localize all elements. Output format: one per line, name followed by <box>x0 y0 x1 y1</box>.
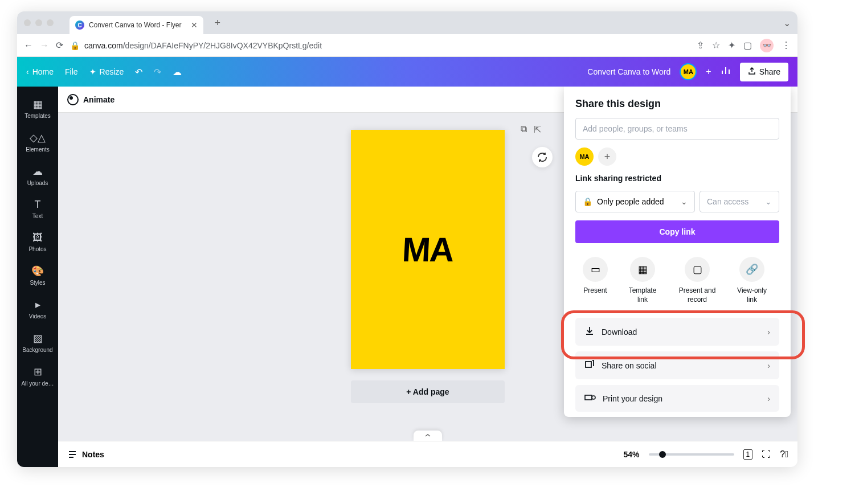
external-link-icon[interactable]: ⇱ <box>534 124 541 135</box>
lock-icon: 🔒 <box>70 41 80 50</box>
sidebar-item-uploads[interactable]: ☁ Uploads <box>17 161 58 191</box>
help-icon[interactable]: ?⃝ <box>780 449 788 460</box>
sidebar-item-templates[interactable]: ▦ Templates <box>17 93 58 124</box>
canvas-text: MA <box>402 230 455 269</box>
close-window-button[interactable] <box>24 19 31 26</box>
refresh-design-button[interactable] <box>532 147 553 167</box>
document-title[interactable]: Convert Canva to Word <box>587 67 670 76</box>
option-label: Present <box>583 286 607 296</box>
select-value: Only people added <box>597 197 664 206</box>
tab-title: Convert Canva to Word - Flyer <box>89 21 182 29</box>
zoom-slider[interactable] <box>649 453 734 456</box>
template-link-option[interactable]: ▦ Template link <box>623 257 662 304</box>
browser-tab[interactable]: C Convert Canva to Word - Flyer ✕ <box>69 16 203 34</box>
option-label: Template link <box>623 286 662 304</box>
copy-link-button[interactable]: Copy link <box>575 220 779 243</box>
add-member-button[interactable]: + <box>706 67 711 77</box>
animate-button[interactable]: Animate <box>67 94 114 105</box>
fullscreen-icon[interactable]: ⛶ <box>762 449 771 460</box>
resize-button[interactable]: ✦ Resize <box>89 67 124 76</box>
people-row: MA + <box>575 147 779 166</box>
panel-title: Share this design <box>575 98 779 110</box>
app-header: ‹ Home File ✦ Resize ↶ ↷ ☁ Convert Canva… <box>17 57 797 87</box>
sidepanel-icon[interactable]: ▢ <box>743 40 752 51</box>
add-person-button[interactable]: + <box>598 147 616 166</box>
add-page-button[interactable]: + Add page <box>351 380 505 403</box>
undo-button[interactable]: ↶ <box>135 67 142 77</box>
back-button[interactable]: ← <box>24 40 33 51</box>
text-icon: T <box>35 199 41 211</box>
permission-select[interactable]: Can access ⌄ <box>700 191 779 212</box>
uploads-icon: ☁ <box>32 165 43 178</box>
design-canvas[interactable]: MA <box>351 130 505 369</box>
tab-dropdown-icon[interactable]: ⌄ <box>783 18 791 28</box>
social-icon <box>584 359 595 371</box>
app: ‹ Home File ✦ Resize ↶ ↷ ☁ Convert Canva… <box>17 57 797 467</box>
sidebar-item-photos[interactable]: 🖼 Photos <box>17 227 58 257</box>
expand-pages-tab[interactable] <box>414 431 442 441</box>
chevron-right-icon: › <box>767 361 770 370</box>
option-label: View-only link <box>732 286 772 304</box>
resize-icon: ✦ <box>89 67 96 76</box>
minimize-window-button[interactable] <box>35 19 42 26</box>
home-link[interactable]: ‹ Home <box>26 67 54 76</box>
select-value: Can access <box>707 197 748 206</box>
share-button[interactable]: Share <box>740 63 788 81</box>
page-count-indicator[interactable]: 1 <box>743 449 753 460</box>
action-label: Share on social <box>602 361 657 370</box>
view-only-link-option[interactable]: 🔗 View-only link <box>732 257 772 304</box>
lock-icon: 🔒 <box>583 197 592 206</box>
reload-button[interactable]: ⟳ <box>56 40 63 51</box>
action-list: Download › Share on social › <box>575 318 779 412</box>
share-icon[interactable]: ⇪ <box>697 40 704 51</box>
sidebar-label: Background <box>22 347 52 353</box>
user-avatar[interactable]: MA <box>680 63 697 80</box>
notes-button[interactable]: Notes <box>67 449 104 460</box>
notes-label: Notes <box>82 450 104 459</box>
action-label: Download <box>602 327 637 337</box>
insights-icon[interactable] <box>721 65 731 78</box>
sidebar-item-all-designs[interactable]: ⊞ All your de… <box>17 361 58 391</box>
share-social-action[interactable]: Share on social › <box>575 351 779 379</box>
link-access-select[interactable]: 🔒 Only people added ⌄ <box>575 191 695 212</box>
bottom-bar: Notes 54% 1 ⛶ ?⃝ <box>58 441 797 467</box>
present-record-option[interactable]: ▢ Present and record <box>677 257 717 304</box>
bookmark-icon[interactable]: ☆ <box>712 40 720 51</box>
elements-icon: ◇△ <box>30 132 46 144</box>
canvas-actions: ⧉ ⇱ <box>521 124 541 135</box>
shared-user-avatar[interactable]: MA <box>575 147 594 166</box>
url-bar[interactable]: 🔒 canva.com/design/DAFAIeFNyPY/2HJG8IvQX… <box>70 41 690 50</box>
menu-icon[interactable]: ⋮ <box>782 40 791 51</box>
sidebar-item-background[interactable]: ▨ Background <box>17 327 58 358</box>
template-icon: ▦ <box>630 257 655 282</box>
sidebar-label: Photos <box>28 246 46 252</box>
new-tab-button[interactable]: + <box>215 17 221 29</box>
cloud-sync-icon[interactable]: ☁ <box>173 67 182 77</box>
sidebar-label: Styles <box>30 280 45 286</box>
svg-point-2 <box>592 396 595 399</box>
home-label: Home <box>32 67 54 76</box>
chevron-right-icon: › <box>767 394 770 403</box>
sidebar-label: Elements <box>26 146 50 153</box>
print-action[interactable]: Print your design › <box>575 385 779 412</box>
sidebar-item-text[interactable]: T Text <box>17 194 58 224</box>
extensions-icon[interactable]: ✦ <box>728 40 735 51</box>
add-people-input[interactable]: Add people, groups, or teams <box>575 118 779 140</box>
browser-toolbar: ← → ⟳ 🔒 canva.com/design/DAFAIeFNyPY/2HJ… <box>17 34 797 57</box>
sidebar-item-elements[interactable]: ◇△ Elements <box>17 127 58 157</box>
download-action[interactable]: Download › <box>575 318 779 346</box>
link-restrict-label: Link sharing restricted <box>575 174 779 183</box>
sidebar-item-styles[interactable]: 🎨 Styles <box>17 260 58 290</box>
sidebar-item-videos[interactable]: ▸ Videos <box>17 294 58 324</box>
profile-avatar[interactable]: 👓 <box>760 39 774 52</box>
forward-button[interactable]: → <box>40 40 49 51</box>
present-option[interactable]: ▭ Present <box>583 257 608 304</box>
maximize-window-button[interactable] <box>47 19 54 26</box>
file-menu[interactable]: File <box>65 67 78 76</box>
option-label: Present and record <box>677 286 717 304</box>
duplicate-page-icon[interactable]: ⧉ <box>521 124 527 135</box>
zoom-level[interactable]: 54% <box>624 450 640 459</box>
close-tab-icon[interactable]: ✕ <box>191 21 198 30</box>
resize-label: Resize <box>100 67 124 76</box>
redo-button[interactable]: ↷ <box>154 67 161 77</box>
